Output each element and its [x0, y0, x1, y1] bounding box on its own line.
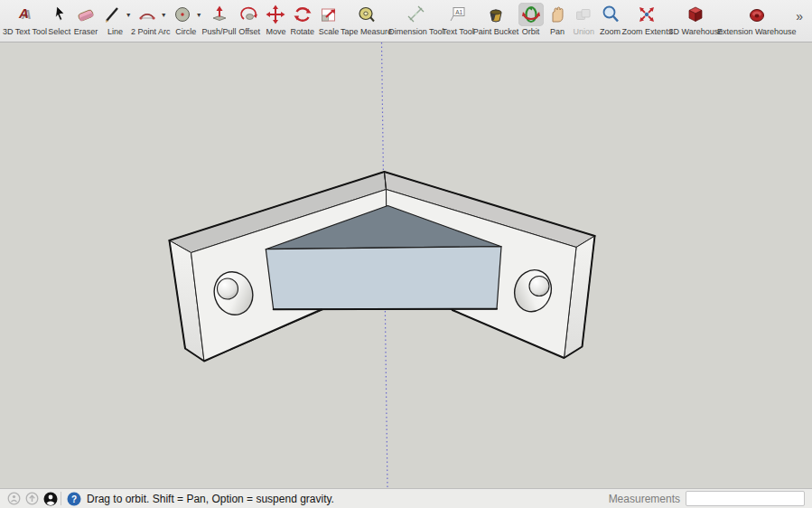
geolocation-status-icon[interactable] — [7, 492, 21, 505]
push-pull-icon — [207, 3, 232, 26]
tool-dimension-tool[interactable]: Dimension Tool — [390, 3, 442, 36]
dimension-icon — [404, 3, 429, 26]
dropdown-caret-icon[interactable]: ▼ — [196, 12, 202, 18]
svg-text:A: A — [18, 5, 29, 21]
tool-move[interactable]: Move — [263, 3, 289, 36]
tool-paint-bucket[interactable]: Paint Bucket — [474, 3, 518, 36]
tool-union: Union — [571, 3, 597, 36]
3d-text-icon: AA — [12, 3, 37, 26]
orbit-icon — [518, 3, 544, 26]
tool-zoom[interactable]: Zoom — [597, 3, 623, 36]
line-pencil-icon — [99, 3, 125, 26]
tape-measure-icon — [354, 3, 379, 26]
dropdown-caret-icon[interactable]: ▼ — [161, 12, 167, 18]
main-toolbar: AA 3D Text Tool Select Eraser ▼ Line ▼ 2… — [0, 0, 812, 42]
zoom-icon — [598, 3, 623, 26]
center-block-front-face — [266, 247, 501, 310]
tool-eraser[interactable]: Eraser — [72, 3, 98, 36]
measurements-label: Measurements — [609, 493, 680, 505]
tool-zoom-extents[interactable]: Zoom Extents — [623, 3, 670, 36]
text-tool-icon: A1 — [445, 3, 471, 26]
rotate-icon — [290, 3, 315, 26]
scale-icon — [316, 3, 341, 26]
tool-select[interactable]: Select — [46, 3, 72, 36]
tool-3d-warehouse[interactable]: 3D Warehouse — [671, 3, 722, 36]
tool-2-point-arc[interactable]: ▼ 2 Point Arc — [132, 3, 170, 36]
tool-circle[interactable]: ▼ Circle — [170, 3, 202, 36]
tool-scale[interactable]: Scale — [315, 3, 341, 36]
dropdown-caret-icon[interactable]: ▼ — [126, 12, 132, 18]
union-icon — [571, 3, 596, 26]
statusbar-divider — [61, 492, 61, 505]
tool-tape-measure[interactable]: Tape Measure — [342, 3, 391, 36]
tool-3d-text-tool[interactable]: AA 3D Text Tool — [4, 3, 46, 36]
move-icon — [263, 3, 288, 26]
arc-icon — [135, 3, 160, 26]
tool-pan[interactable]: Pan — [544, 3, 570, 36]
corner-bracket-model — [0, 42, 812, 488]
tool-text-tool[interactable]: A1 Text Tool — [442, 3, 473, 36]
credit-status-icon[interactable] — [25, 492, 39, 505]
svg-text:A1: A1 — [455, 9, 462, 15]
status-bar: ? Drag to orbit. Shift = Pan, Option = s… — [0, 488, 812, 508]
paint-bucket-icon — [483, 3, 509, 26]
tool-extension-warehouse[interactable]: Extension Warehouse — [721, 3, 792, 36]
tool-push-pull[interactable]: Push/Pull — [202, 3, 237, 36]
model-viewport[interactable] — [0, 42, 812, 488]
toolbar-overflow-chevron[interactable]: » — [792, 9, 810, 36]
status-message: Drag to orbit. Shift = Pan, Option = sus… — [87, 493, 334, 505]
help-icon[interactable]: ? — [67, 492, 81, 506]
extension-warehouse-icon — [744, 3, 770, 26]
eraser-icon — [73, 3, 98, 26]
tool-line[interactable]: ▼ Line — [99, 3, 132, 36]
zoom-extents-icon — [634, 3, 659, 26]
tool-orbit[interactable]: Orbit — [518, 3, 544, 36]
offset-icon — [237, 3, 262, 26]
tool-offset[interactable]: Offset — [236, 3, 262, 36]
pan-hand-icon — [545, 3, 570, 26]
select-cursor-icon — [47, 3, 72, 26]
svg-text:?: ? — [71, 494, 77, 503]
sign-in-avatar-icon[interactable] — [43, 492, 58, 506]
measurements-input[interactable] — [686, 491, 805, 506]
tool-rotate[interactable]: Rotate — [289, 3, 315, 36]
3d-warehouse-icon — [683, 3, 708, 26]
circle-icon — [170, 3, 195, 26]
